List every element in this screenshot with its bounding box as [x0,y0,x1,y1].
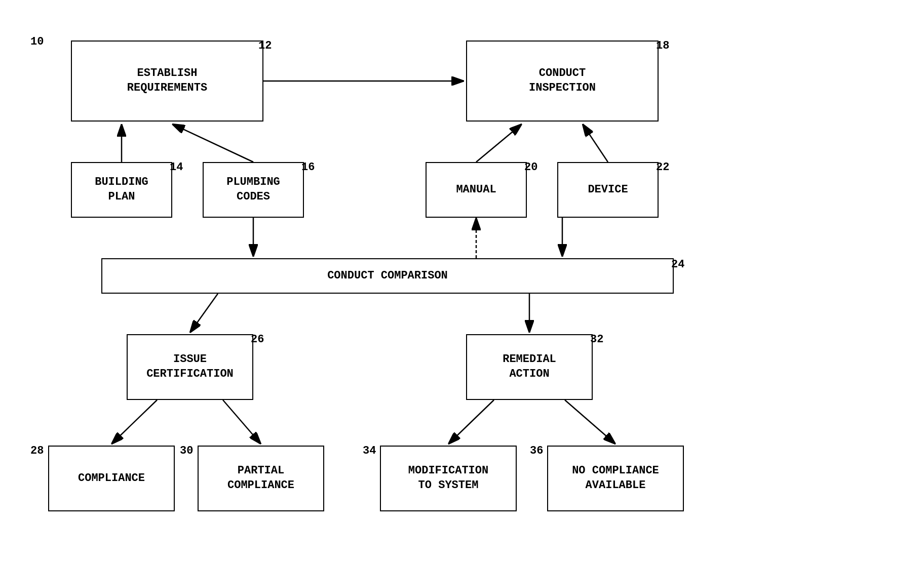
conduct-inspection-box: CONDUCTINSPECTION [466,41,659,122]
label-24: 24 [671,258,684,271]
svg-line-13 [448,400,494,444]
manual-box: MANUAL [426,162,527,218]
svg-line-14 [565,400,615,444]
partial-compliance-label: PARTIALCOMPLIANCE [227,464,294,493]
no-compliance-label: NO COMPLIANCEAVAILABLE [572,464,659,493]
label-30: 30 [180,445,193,457]
svg-line-5 [476,124,522,162]
label-16: 16 [301,161,315,174]
label-22: 22 [656,161,669,174]
plumbing-codes-label: PLUMBINGCODES [226,175,280,204]
modification-box: MODIFICATIONTO SYSTEM [380,446,517,511]
svg-line-9 [190,294,218,333]
device-label: DEVICE [588,183,628,197]
issue-certification-box: ISSUECERTIFICATION [127,334,253,400]
svg-line-6 [583,124,608,162]
label-28: 28 [30,445,44,457]
issue-certification-label: ISSUECERTIFICATION [146,352,234,381]
remedial-action-box: REMEDIALACTION [466,334,593,400]
svg-line-12 [223,400,261,444]
device-box: DEVICE [557,162,659,218]
flowchart-diagram: 10 ESTABLISHREQUIREMENTS 12 CONDUCTINSPE… [0,0,924,562]
remedial-action-label: REMEDIALACTION [503,352,556,381]
svg-line-4 [172,124,253,162]
label-18: 18 [656,39,669,52]
label-20: 20 [524,161,537,174]
svg-line-11 [111,400,157,444]
label-14: 14 [170,161,183,174]
label-26: 26 [251,333,264,346]
label-12: 12 [258,39,272,52]
establish-requirements-label: ESTABLISHREQUIREMENTS [127,66,207,95]
conduct-inspection-label: CONDUCTINSPECTION [529,66,596,95]
label-32: 32 [590,333,603,346]
building-plan-box: BUILDINGPLAN [71,162,172,218]
partial-compliance-box: PARTIALCOMPLIANCE [198,446,324,511]
compliance-box: COMPLIANCE [48,446,175,511]
label-36: 36 [530,445,543,457]
conduct-comparison-label: CONDUCT COMPARISON [327,269,448,284]
establish-requirements-box: ESTABLISHREQUIREMENTS [71,41,263,122]
conduct-comparison-box: CONDUCT COMPARISON [101,258,674,294]
modification-label: MODIFICATIONTO SYSTEM [408,464,488,493]
diagram-label: 10 [30,35,44,48]
label-34: 34 [363,445,376,457]
no-compliance-box: NO COMPLIANCEAVAILABLE [547,446,684,511]
manual-label: MANUAL [456,183,496,197]
compliance-label: COMPLIANCE [78,471,145,486]
plumbing-codes-box: PLUMBINGCODES [203,162,304,218]
building-plan-label: BUILDINGPLAN [95,175,148,204]
